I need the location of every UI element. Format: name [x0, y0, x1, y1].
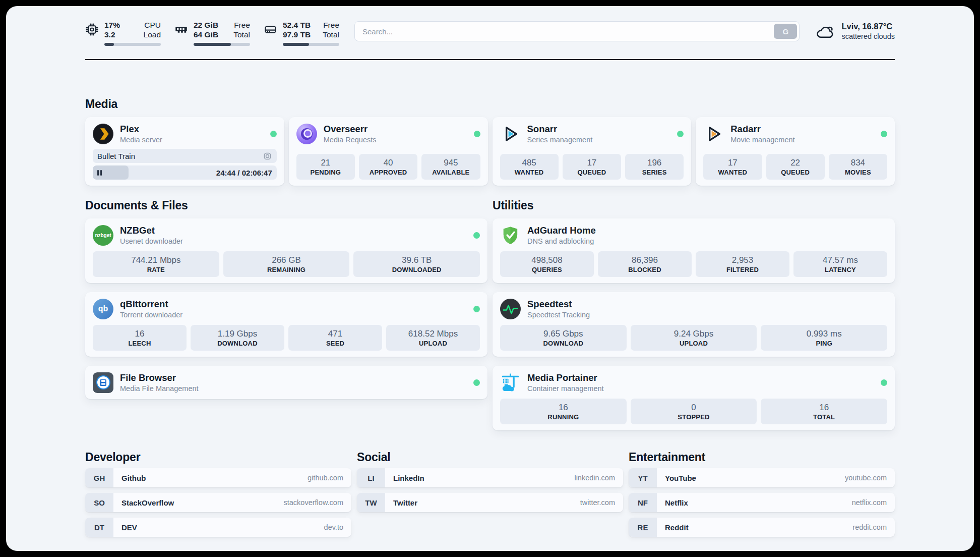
link-row-github[interactable]: GH Github github.com: [85, 468, 351, 487]
stat-label: DOWNLOADED: [355, 266, 478, 274]
stat-value: 0: [633, 402, 755, 413]
stat-value: 744.21 Mbps: [95, 255, 217, 265]
memory-total-label: Total: [233, 30, 250, 39]
playback-time: 24:44 / 02:06:47: [216, 169, 272, 177]
hard-drive-icon: [264, 23, 277, 36]
stat-value: 86,396: [600, 255, 690, 265]
link-abbr: LI: [357, 468, 385, 487]
stat-box: 9.24 Gbps UPLOAD: [631, 325, 757, 351]
link-row-youtube[interactable]: YT YouTube youtube.com: [629, 468, 895, 487]
section-title-media: Media: [85, 97, 895, 111]
link-label: YouTube: [665, 474, 696, 482]
stat-label: SERIES: [627, 169, 682, 177]
memory-free-label: Free: [233, 20, 250, 30]
stat-value: 0.993 ms: [763, 328, 885, 339]
stat-label: UPLOAD: [633, 340, 755, 348]
link-url: linkedin.com: [574, 474, 615, 482]
radarr-icon: [703, 124, 724, 144]
app-card-sonarr[interactable]: Sonarr Series management 485 WANTED 17 Q…: [493, 117, 692, 186]
link-abbr: GH: [85, 468, 113, 487]
stat-label: APPROVED: [361, 169, 415, 177]
link-row-stackoverflow[interactable]: SO StackOverflow stackoverflow.com: [85, 493, 351, 512]
stat-value: 40: [361, 157, 415, 168]
section-title-documents: Documents & Files: [85, 199, 487, 212]
app-description: Speedtest Tracking: [527, 310, 590, 319]
sonarr-icon: [500, 124, 521, 144]
status-dot: [881, 131, 887, 137]
stat-label: PENDING: [298, 169, 353, 177]
link-url: netflix.com: [852, 498, 887, 507]
stat-box: 21 PENDING: [296, 154, 355, 180]
stat-value: 2,953: [698, 255, 787, 265]
search-engine-button[interactable]: G: [774, 24, 797, 39]
stat-box: 0 STOPPED: [631, 399, 757, 424]
memory-progress-bar: [194, 43, 250, 46]
app-description: Media File Management: [120, 384, 199, 393]
filebrowser-icon: [93, 372, 113, 393]
app-description: DNS and adblocking: [527, 237, 596, 246]
stat-value: 22: [768, 157, 823, 168]
stat-label: MOVIES: [831, 169, 885, 177]
stat-value: 485: [502, 157, 557, 168]
status-dot: [473, 306, 480, 312]
stat-label: SEED: [290, 340, 380, 348]
stat-value: 16: [95, 328, 185, 339]
link-abbr: TW: [357, 493, 385, 512]
stat-box: 40 APPROVED: [359, 154, 417, 180]
app-card-plex[interactable]: Plex Media server Bullet Train: [85, 117, 284, 186]
stat-box: 2,953 FILTERED: [696, 251, 789, 277]
link-row-netflix[interactable]: NF Netflix netflix.com: [629, 493, 895, 512]
stat-value: 1.19 Gbps: [193, 328, 282, 339]
system-stats: 17% 3.2 CPU Load: [85, 20, 339, 46]
link-label: Reddit: [665, 523, 689, 532]
stat-label: BLOCKED: [600, 266, 690, 274]
app-description: Torrent downloader: [120, 310, 182, 319]
stat-value: 945: [423, 157, 478, 168]
stat-label: QUEUED: [768, 169, 823, 177]
stat-value: 9.24 Gbps: [633, 328, 755, 339]
stat-box: 471 SEED: [288, 325, 382, 351]
weather-widget: Lviv, 16.87°C scattered clouds: [815, 21, 895, 41]
app-card-filebrowser[interactable]: File Browser Media File Management: [85, 366, 487, 399]
status-dot: [881, 379, 887, 386]
link-row-twitter[interactable]: TW Twitter twitter.com: [357, 493, 623, 512]
disk-progress-bar: [283, 43, 339, 46]
stat-box: 485 WANTED: [500, 154, 559, 180]
app-card-nzbget[interactable]: nzbget NZBGet Usenet downloader 744.21 M…: [85, 218, 487, 283]
stat-box: 16 RUNNING: [500, 399, 627, 424]
stat-label: LEECH: [95, 340, 185, 348]
top-bar: 17% 3.2 CPU Load: [85, 20, 895, 46]
status-dot: [677, 131, 684, 137]
adguard-icon: [500, 225, 521, 246]
app-card-radarr[interactable]: Radarr Movie management 17 WANTED 22 QUE…: [696, 117, 895, 186]
speedtest-icon: [500, 299, 521, 319]
overseerr-icon: [296, 124, 317, 144]
status-dot: [473, 232, 480, 239]
disk-widget: 52.4 TB 97.9 TB Free Total: [264, 20, 339, 46]
link-row-reddit[interactable]: RE Reddit reddit.com: [629, 518, 895, 537]
stat-value: 471: [290, 328, 380, 339]
app-card-qbittorrent[interactable]: qb qBittorrent Torrent downloader 16 LEE…: [85, 292, 487, 357]
stat-box: 618.52 Mbps UPLOAD: [386, 325, 480, 351]
app-card-overseerr[interactable]: Overseerr Media Requests 21 PENDING 40 A…: [289, 117, 488, 186]
app-card-speedtest[interactable]: Speedtest Speedtest Tracking 9.65 Gbps D…: [493, 292, 895, 357]
stat-label: QUEUED: [565, 169, 619, 177]
app-name: Sonarr: [527, 123, 593, 135]
link-label: Netflix: [665, 498, 688, 507]
stat-box: 834 MOVIES: [829, 154, 887, 180]
link-row-dev[interactable]: DT DEV dev.to: [85, 518, 351, 537]
app-card-portainer[interactable]: Media Portainer Container management 16 …: [493, 366, 895, 430]
stat-value: 16: [763, 402, 885, 413]
link-abbr: SO: [85, 493, 113, 512]
link-url: github.com: [308, 474, 343, 482]
stat-label: UPLOAD: [388, 340, 478, 348]
link-label: Github: [121, 474, 146, 482]
memory-total-value: 64 GiB: [194, 30, 218, 39]
stat-value: 618.52 Mbps: [388, 328, 478, 339]
memory-free-value: 22 GiB: [194, 20, 218, 30]
link-row-linkedin[interactable]: LI LinkedIn linkedin.com: [357, 468, 623, 487]
stat-value: 834: [831, 157, 885, 168]
app-card-adguard[interactable]: AdGuard Home DNS and adblocking 498,508 …: [493, 218, 895, 283]
search-input[interactable]: [354, 21, 800, 41]
link-url: twitter.com: [580, 498, 615, 507]
